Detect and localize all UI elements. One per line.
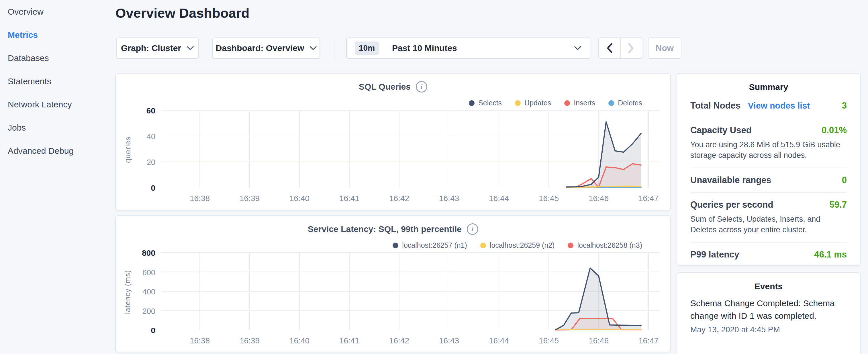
y-axis-label: latency (ms) — [122, 253, 134, 330]
events-panel: Events Schema Change Completed: Schema c… — [677, 272, 861, 354]
now-button[interactable]: Now — [648, 37, 681, 59]
summary-row: Queries per second59.7Sum of Selects, Up… — [690, 192, 847, 242]
graph-scope-label: Graph: Cluster — [121, 43, 181, 53]
legend-item: localhost:26257 (n1) — [393, 241, 467, 250]
summary-description: Sum of Selects, Updates, Inserts, and De… — [690, 214, 847, 235]
sidebar-item-databases[interactable]: Databases — [8, 46, 115, 70]
legend-dot-icon — [480, 243, 486, 248]
summary-title: Summary — [690, 82, 847, 92]
x-axis-tick: 16:38 — [180, 194, 220, 203]
summary-label: Unavailable ranges — [690, 175, 771, 185]
time-range-badge: 10m — [355, 41, 379, 55]
x-axis-tick: 16:44 — [479, 336, 519, 345]
x-axis-tick: 16:46 — [579, 336, 619, 345]
dashboard-dropdown[interactable]: Dashboard: Overview — [212, 37, 320, 59]
summary-value: 46.1 ms — [814, 250, 847, 260]
legend-dot-icon — [515, 100, 521, 106]
x-axis-tick: 16:40 — [279, 336, 319, 345]
legend-dot-icon — [393, 243, 398, 248]
x-axis-tick: 16:39 — [229, 336, 270, 345]
summary-rows: Total NodesView nodes list3Capacity Used… — [690, 94, 847, 267]
y-axis-label: queries — [122, 111, 134, 188]
legend-dot-icon — [608, 100, 614, 106]
db-console-page: OverviewMetricsDatabasesStatementsNetwor… — [0, 0, 868, 354]
event-timestamp: May 13, 2020 at 4:45 PM — [690, 325, 847, 334]
time-window-nav — [598, 37, 642, 59]
chevron-down-icon — [187, 46, 194, 51]
summary-label: P99 latency — [690, 250, 739, 260]
summary-value: 3 — [842, 100, 847, 111]
x-axis-tick: 16:40 — [279, 194, 319, 203]
legend-item: localhost:26258 (n3) — [568, 241, 642, 250]
x-axis-tick: 16:43 — [429, 194, 469, 203]
info-icon[interactable]: i — [416, 81, 427, 93]
graph-scope-dropdown[interactable]: Graph: Cluster — [116, 37, 198, 59]
sidebar-item-metrics[interactable]: Metrics — [8, 23, 115, 46]
sidebar-item-network-latency[interactable]: Network Latency — [8, 93, 115, 116]
sidebar-item-statements[interactable]: Statements — [8, 70, 115, 93]
sidebar: OverviewMetricsDatabasesStatementsNetwor… — [0, 0, 115, 354]
summary-panel: Summary Total NodesView nodes list3Capac… — [677, 73, 861, 266]
events-title: Events — [690, 282, 847, 291]
summary-value: 59.7 — [830, 200, 847, 210]
chevron-down-icon — [310, 46, 317, 51]
sidebar-item-advanced-debug[interactable]: Advanced Debug — [8, 139, 115, 162]
x-axis-tick: 16:45 — [529, 194, 569, 203]
chevron-down-icon — [574, 46, 581, 51]
x-axis-tick: 16:41 — [329, 336, 369, 345]
sidebar-item-overview[interactable]: Overview — [8, 0, 115, 23]
summary-label: Capacity Used — [690, 125, 752, 135]
events-list: Schema Change Completed: Schema change w… — [690, 297, 847, 334]
legend-item: Deletes — [608, 99, 642, 107]
summary-row: P99 latency46.1 ms — [690, 242, 847, 267]
chart-legend: SelectsUpdatesInsertsDeletes — [469, 99, 642, 107]
summary-row: Total NodesView nodes list3 — [690, 94, 847, 118]
legend-dot-icon — [568, 243, 574, 248]
x-axis-tick: 16:42 — [379, 194, 419, 203]
x-axis-tick: 16:38 — [180, 336, 220, 345]
event-text[interactable]: Schema Change Completed: Schema change w… — [690, 297, 847, 322]
legend-item: Inserts — [564, 99, 595, 107]
summary-value: 0.01% — [822, 125, 847, 135]
legend-item: localhost:26259 (n2) — [480, 241, 555, 250]
summary-row: Capacity Used0.01%You are using 28.6 MiB… — [690, 118, 847, 167]
chevron-right-icon — [628, 43, 634, 53]
x-axis-tick: 16:45 — [529, 336, 569, 345]
toolbar-divider — [334, 37, 334, 59]
service-latency-chart-card: Service Latency: SQL, 99th percentile i … — [115, 215, 671, 352]
sql-queries-chart-card: SQL Queries i SelectsUpdatesInsertsDelet… — [115, 73, 671, 211]
summary-label: Queries per second — [690, 200, 773, 210]
summary-row: Unavailable ranges0 — [690, 167, 847, 192]
x-axis-tick: 16:42 — [379, 336, 419, 345]
legend-dot-icon — [564, 100, 570, 106]
chart-legend: localhost:26257 (n1)localhost:26259 (n2)… — [393, 241, 642, 250]
summary-label: Total Nodes — [690, 100, 741, 111]
legend-dot-icon — [469, 100, 474, 106]
x-axis-tick: 16:47 — [628, 336, 669, 345]
legend-item: Selects — [469, 99, 502, 107]
sidebar-nav: OverviewMetricsDatabasesStatementsNetwor… — [0, 0, 115, 162]
view-nodes-link[interactable]: View nodes list — [748, 101, 810, 110]
chart-title: Service Latency: SQL, 99th percentile — [308, 224, 462, 234]
page-title: Overview Dashboard — [116, 5, 250, 21]
summary-description: You are using 28.6 MiB of 515.9 GiB usab… — [690, 139, 847, 161]
x-axis-tick: 16:43 — [429, 336, 469, 345]
time-back-button[interactable] — [599, 38, 621, 58]
summary-value: 0 — [842, 175, 847, 185]
time-range-label: Past 10 Minutes — [392, 43, 457, 53]
x-axis-tick: 16:46 — [579, 194, 619, 203]
x-axis-tick: 16:41 — [329, 194, 369, 203]
dashboard-label: Dashboard: Overview — [216, 43, 304, 53]
chart-title: SQL Queries — [359, 82, 411, 92]
x-axis-tick: 16:47 — [628, 194, 669, 203]
chevron-left-icon — [607, 43, 612, 53]
x-axis-tick: 16:39 — [229, 194, 270, 203]
time-forward-button[interactable] — [621, 38, 642, 58]
legend-item: Updates — [515, 99, 551, 107]
x-axis-tick: 16:44 — [479, 194, 519, 203]
info-icon[interactable]: i — [467, 223, 478, 235]
time-range-dropdown[interactable]: 10m Past 10 Minutes — [346, 37, 590, 59]
sidebar-item-jobs[interactable]: Jobs — [8, 116, 115, 139]
